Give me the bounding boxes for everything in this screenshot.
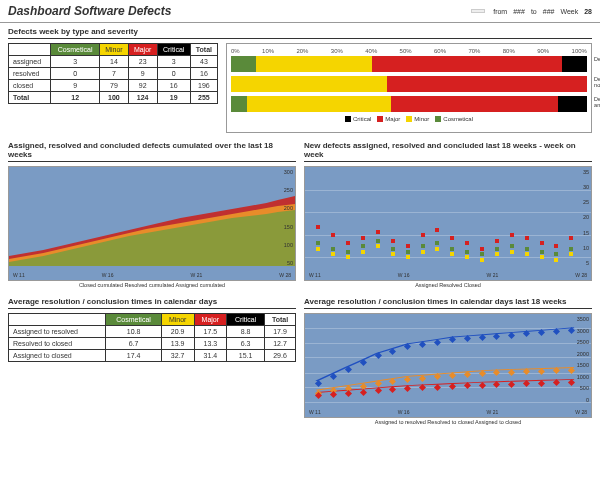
line-legend: Assigned to resolved Resolved to closed … xyxy=(304,418,592,426)
bar-closed: Defects assigned, fix delivered and succ… xyxy=(231,96,587,112)
table-row: assigned31423343 xyxy=(9,56,218,68)
header-button[interactable] xyxy=(471,9,485,13)
axis-y-left: 30025020015010050 xyxy=(284,169,293,266)
line-chart: 3500300025002000150010005000 W 11W 16W 2… xyxy=(304,313,592,418)
section-2-left-title: Assigned, resolved and concluded defects… xyxy=(8,141,296,162)
col-minor: Minor xyxy=(100,44,129,56)
table-row-total: Total1210012419255 xyxy=(9,92,218,104)
section-3-left: Average resolution / conclusion times in… xyxy=(8,297,296,426)
col-critical: Critical xyxy=(157,44,190,56)
header: Dashboard Software Defects from ### to #… xyxy=(0,0,600,23)
page-title: Dashboard Software Defects xyxy=(8,4,463,18)
from-label: from xyxy=(493,8,507,15)
area-chart: 30025020015010050 W 11W 16W 21W 28 xyxy=(8,166,296,281)
table-header-row: Cosmetical Minor Major Critical Total xyxy=(9,44,218,56)
to-value: ### xyxy=(543,8,555,15)
table-row: Resolved to closed6.713.913.36.312.7 xyxy=(9,338,296,350)
area-svg xyxy=(9,166,295,266)
header-meta: from ### to ### Week 28 xyxy=(493,8,592,15)
axis-x-lines: W 11W 16W 21W 28 xyxy=(309,409,587,415)
from-value: ### xyxy=(513,8,525,15)
section-1: Defects week by type and severity Cosmet… xyxy=(0,23,600,137)
defects-table-wrap: Cosmetical Minor Major Critical Total as… xyxy=(8,43,218,133)
svg-marker-2 xyxy=(9,210,295,266)
section-2: Assigned, resolved and concluded defects… xyxy=(0,137,600,293)
scatter-legend: Assigned Resolved Closed xyxy=(304,281,592,289)
bar-resolved: Defects assigned, fix delivered, not yet… xyxy=(231,76,587,92)
stacked-bar-chart: 0%10%20%30%40%50%60%70%80%90%100% Defect… xyxy=(226,43,592,133)
section-2-left: Assigned, resolved and concluded defects… xyxy=(8,141,296,289)
week-label: Week xyxy=(560,8,578,15)
table-row: Assigned to closed17.432.731.415.129.6 xyxy=(9,350,296,362)
col-cosmetical: Cosmetical xyxy=(51,44,100,56)
axis-top: 0%10%20%30%40%50%60%70%80%90%100% xyxy=(231,48,587,54)
col-major: Major xyxy=(128,44,157,56)
table-row: Assigned to resolved10.820.917.58.817.9 xyxy=(9,326,296,338)
section-3: Average resolution / conclusion times in… xyxy=(0,293,600,430)
bar-assigned: Defects assigned, fix pending xyxy=(231,56,587,72)
section-3-right-title: Average resolution / conclusion times in… xyxy=(304,297,592,309)
section-2-right-title: New defects assigned, resolved and concl… xyxy=(304,141,592,162)
table-header-row: Cosmetical Minor Major Critical Total xyxy=(9,314,296,326)
scatter-chart: 3530252015105 W 11W 16W 21W 28 xyxy=(304,166,592,281)
to-label: to xyxy=(531,8,537,15)
axis-x-right: W 11W 16W 21W 28 xyxy=(309,272,587,278)
section-3-left-title: Average resolution / conclusion times in… xyxy=(8,297,296,309)
resolution-table: Cosmetical Minor Major Critical Total As… xyxy=(8,313,296,362)
week-value: 28 xyxy=(584,8,592,15)
area-legend: Closed cumulated Resolved cumulated Assi… xyxy=(8,281,296,289)
defects-table: Cosmetical Minor Major Critical Total as… xyxy=(8,43,218,104)
col-total: Total xyxy=(190,44,217,56)
stacked-legend: Critical Major Minor Cosmetical xyxy=(231,116,587,122)
section-3-right: Average resolution / conclusion times in… xyxy=(304,297,592,426)
section-2-right: New defects assigned, resolved and concl… xyxy=(304,141,592,289)
table-row: resolved079016 xyxy=(9,68,218,80)
section-1-title: Defects week by type and severity xyxy=(8,27,592,39)
axis-y-right: 3530252015105 xyxy=(583,169,589,266)
axis-x-left: W 11W 16W 21W 28 xyxy=(13,272,291,278)
table-row: closed9799216196 xyxy=(9,80,218,92)
